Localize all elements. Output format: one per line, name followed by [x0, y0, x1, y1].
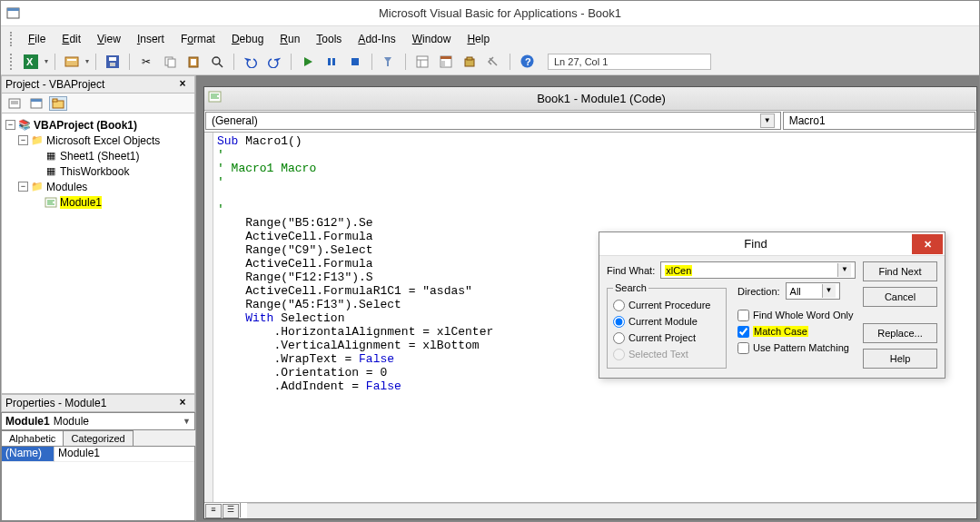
properties-object-name: Module1: [5, 415, 50, 428]
dropdown-arrow-icon[interactable]: ▼: [760, 113, 775, 128]
module-icon: [44, 197, 58, 208]
project-panel-close-icon[interactable]: ×: [174, 77, 191, 92]
tree-sheet1[interactable]: Sheet1 (Sheet1): [60, 150, 139, 163]
tree-modules[interactable]: Modules: [46, 181, 87, 193]
copy-icon[interactable]: [160, 52, 180, 72]
find-dialog-title: Find: [599, 237, 912, 251]
check-pattern-matching[interactable]: Use Pattern Matching: [737, 340, 856, 356]
search-scope-group: Search Current Procedure Current Module …: [607, 282, 727, 369]
excel-icon[interactable]: X: [21, 52, 41, 72]
folder-icon: 📁: [30, 134, 45, 146]
properties-tabs: Alphabetic Categorized: [1, 430, 195, 447]
menu-debug[interactable]: Debug: [224, 31, 271, 47]
svg-rect-18: [351, 58, 359, 65]
tab-alphabetic[interactable]: Alphabetic: [1, 430, 64, 446]
view-object-icon[interactable]: [27, 96, 45, 111]
view-code-icon[interactable]: [5, 96, 24, 111]
main-area: Project - VBAProject × −📚VBAProject (Boo…: [1, 75, 979, 521]
window-title: Microsoft Visual Basic for Applications …: [26, 6, 974, 20]
find-dialog-titlebar[interactable]: Find ✕: [599, 232, 945, 256]
properties-panel: Properties - Module1 × Module1 Module ▼ …: [1, 394, 195, 521]
code-window-titlebar[interactable]: Book1 - Module1 (Code): [204, 87, 976, 111]
full-module-view-icon[interactable]: ☰: [223, 504, 239, 518]
menu-tools[interactable]: Tools: [309, 31, 349, 47]
properties-object-type: Module: [54, 415, 89, 428]
toolbox-icon[interactable]: [483, 52, 503, 72]
tree-thisworkbook[interactable]: ThisWorkbook: [60, 165, 129, 178]
cut-icon[interactable]: ✂: [136, 52, 156, 72]
find-icon[interactable]: [207, 52, 227, 72]
tree-collapse-icon[interactable]: −: [18, 182, 28, 192]
radio-current-project[interactable]: Current Project: [613, 330, 720, 346]
menu-run[interactable]: Run: [272, 31, 307, 47]
code-window-dropdowns: (General)▼ Macro1: [204, 111, 976, 133]
tree-module1[interactable]: Module1: [60, 196, 102, 209]
procedure-dropdown[interactable]: Macro1: [783, 112, 975, 130]
dropdown-arrow-icon[interactable]: ▼: [822, 284, 836, 298]
menu-insert[interactable]: Insert: [130, 31, 172, 47]
find-what-input[interactable]: xlCen ▼: [660, 261, 856, 279]
reset-icon[interactable]: [345, 52, 365, 72]
tree-root[interactable]: VBAProject (Book1): [34, 119, 137, 132]
cancel-button[interactable]: Cancel: [863, 287, 937, 307]
project-tree[interactable]: −📚VBAProject (Book1) −📁Microsoft Excel O…: [1, 113, 195, 394]
paste-icon[interactable]: [183, 52, 203, 72]
object-browser-icon[interactable]: [460, 52, 480, 72]
property-name-value[interactable]: Module1: [54, 447, 194, 462]
properties-object-selector[interactable]: Module1 Module ▼: [1, 412, 195, 430]
save-icon[interactable]: [103, 52, 123, 72]
design-mode-icon[interactable]: [379, 52, 399, 72]
find-dialog: Find ✕ Find What: xlCen ▼: [599, 231, 945, 379]
undo-icon[interactable]: [241, 52, 261, 72]
dropdown-arrow-icon[interactable]: ▼: [183, 417, 191, 426]
tree-excel-objects[interactable]: Microsoft Excel Objects: [46, 134, 160, 147]
tree-collapse-icon[interactable]: −: [5, 120, 15, 130]
radio-current-procedure[interactable]: Current Procedure: [613, 297, 720, 313]
project-explorer-icon[interactable]: [412, 52, 432, 72]
radio-current-module[interactable]: Current Module: [613, 313, 720, 330]
dropdown-arrow-icon[interactable]: ▼: [837, 263, 851, 277]
property-row[interactable]: (Name) Module1: [2, 447, 194, 462]
menubar-grip[interactable]: [10, 32, 15, 46]
redo-icon[interactable]: [264, 52, 284, 72]
menu-window[interactable]: Window: [405, 31, 459, 47]
menu-addins[interactable]: Add-Ins: [351, 31, 402, 47]
find-next-button[interactable]: Find Next: [863, 261, 937, 281]
horizontal-scrollbar[interactable]: [247, 503, 976, 518]
tree-collapse-icon[interactable]: −: [18, 135, 28, 145]
check-match-case[interactable]: Match Case: [737, 323, 856, 340]
find-what-value: xlCen: [665, 265, 692, 276]
properties-icon[interactable]: [436, 52, 456, 72]
toolbar-grip[interactable]: [10, 54, 15, 70]
direction-dropdown[interactable]: All ▼: [786, 282, 840, 300]
project-explorer-panel: Project - VBAProject × −📚VBAProject (Boo…: [1, 75, 195, 394]
svg-rect-10: [168, 59, 175, 67]
object-dropdown[interactable]: (General)▼: [205, 112, 781, 130]
svg-rect-20: [387, 62, 389, 66]
menu-help[interactable]: Help: [460, 31, 497, 47]
properties-panel-close-icon[interactable]: ×: [174, 396, 191, 410]
help-icon[interactable]: ?: [517, 52, 537, 72]
procedure-view-icon[interactable]: ≡: [205, 504, 222, 518]
insert-dropdown-icon[interactable]: [62, 52, 82, 72]
break-icon[interactable]: [322, 52, 342, 72]
svg-rect-12: [191, 59, 196, 65]
run-icon[interactable]: [298, 52, 318, 72]
replace-button[interactable]: Replace...: [863, 323, 937, 343]
properties-grid[interactable]: (Name) Module1: [1, 447, 195, 521]
code-window-footer: ≡ ☰: [204, 502, 976, 518]
menu-view[interactable]: View: [90, 31, 128, 47]
menu-file[interactable]: File: [21, 31, 53, 47]
project-icon: 📚: [17, 119, 32, 131]
project-panel-toolbar: [1, 94, 195, 113]
search-legend: Search: [613, 282, 648, 293]
help-button[interactable]: Help: [863, 349, 937, 369]
svg-rect-21: [417, 56, 428, 67]
toggle-folders-icon[interactable]: [49, 96, 67, 111]
svg-rect-1: [7, 8, 19, 11]
find-close-icon[interactable]: ✕: [912, 234, 943, 254]
menu-edit[interactable]: Edit: [54, 31, 88, 47]
menu-format[interactable]: Format: [173, 31, 223, 47]
check-whole-word[interactable]: Find Whole Word Only: [737, 307, 856, 323]
tab-categorized[interactable]: Categorized: [63, 430, 133, 447]
